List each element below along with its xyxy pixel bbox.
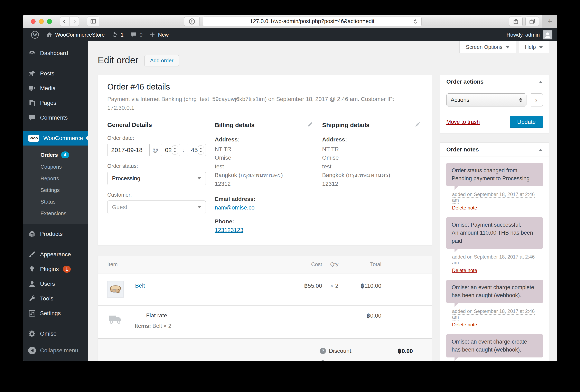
collapse-panel-icon[interactable]	[539, 147, 543, 151]
orders-count-badge: 4	[61, 151, 69, 158]
sidebar-item-users[interactable]: Users	[23, 276, 88, 291]
order-actions-title: Order actions	[446, 79, 483, 85]
submenu-item-orders[interactable]: Orders 4	[23, 149, 88, 161]
updates-menu[interactable]: 1	[108, 28, 127, 41]
order-note: Omise: an event charge.create has been c…	[446, 334, 543, 361]
submenu-item-settings[interactable]: Settings	[23, 184, 88, 196]
sidebar-toggle-button[interactable]	[87, 16, 99, 26]
order-hour-input[interactable]: 02	[161, 144, 180, 156]
billing-email-link[interactable]: nam@omise.co	[215, 204, 255, 211]
actions-select[interactable]: Actions	[446, 93, 526, 107]
sidebar-item-dashboard[interactable]: Dashboard	[23, 46, 88, 60]
close-window-button[interactable]	[31, 19, 35, 24]
sidebar-item-posts[interactable]: Posts	[23, 66, 88, 81]
wordpress-logo-icon: W	[31, 30, 39, 39]
minute-stepper[interactable]	[198, 145, 204, 155]
browser-toolbar: 127.0.0.1/wp-admin/post.php?post=46&acti…	[23, 15, 557, 28]
screen-options-tab[interactable]: Screen Options	[459, 41, 516, 53]
pencil-icon	[415, 122, 421, 128]
submenu-item-label: Status	[40, 199, 56, 205]
screen-options-label: Screen Options	[466, 44, 502, 50]
delete-note-link[interactable]: Delete note	[452, 267, 477, 273]
sidebar-item-settings[interactable]: Settings	[23, 306, 88, 321]
customer-label: Customer:	[107, 192, 206, 198]
collapse-panel-icon[interactable]	[539, 79, 543, 83]
edit-shipping-button[interactable]	[415, 122, 421, 129]
order-status-select[interactable]: Processing	[107, 172, 206, 185]
submenu-item-label: Orders	[40, 152, 58, 158]
actions-select-value: Actions	[451, 97, 469, 103]
sidebar-item-pages[interactable]: Pages	[23, 96, 88, 110]
howdy-text[interactable]: Howdy, admin	[506, 32, 540, 38]
new-tab-button[interactable]: +	[542, 15, 557, 28]
woocommerce-submenu: Orders 4 Coupons Reports Settings Status…	[23, 145, 88, 224]
note-text: Order status changed from Pending paymen…	[446, 163, 543, 186]
billing-address: NT TR Omise test Bangkok (กรุงเทพมหานคร)…	[215, 145, 313, 188]
help-icon[interactable]: ?	[320, 348, 326, 354]
select-arrows-icon	[519, 96, 522, 104]
share-button[interactable]	[509, 16, 523, 26]
reload-button[interactable]	[413, 19, 419, 25]
tab-overview-button[interactable]	[525, 16, 539, 26]
new-content-menu[interactable]: New	[146, 28, 172, 41]
order-notes-panel: Order notes Order status changed from Pe…	[440, 142, 549, 361]
customer-value: Guest	[112, 204, 127, 211]
sidebar-item-omise[interactable]: Omise	[23, 326, 88, 341]
sidebar-item-tools[interactable]: Tools	[23, 291, 88, 306]
delete-note-link[interactable]: Delete note	[452, 205, 477, 211]
collapse-menu-button[interactable]: Collapse menu	[23, 343, 88, 358]
order-minute-input[interactable]: 45	[187, 144, 206, 156]
update-button[interactable]: Update	[510, 116, 543, 128]
password-extension-button[interactable]	[184, 16, 200, 26]
sidebar-item-comments[interactable]: Comments	[23, 110, 88, 125]
sidebar-item-label: Appearance	[40, 251, 71, 258]
billing-phone-link[interactable]: 123123123	[215, 227, 243, 233]
wp-logo-menu[interactable]: W	[27, 28, 42, 41]
sidebar-item-plugins[interactable]: Plugins 1	[23, 262, 88, 276]
submenu-item-reports[interactable]: Reports	[23, 173, 88, 184]
sidebar-item-label: Tools	[40, 295, 53, 302]
comments-menu[interactable]: 0	[127, 28, 146, 41]
add-order-button[interactable]: Add order	[145, 55, 179, 66]
times-symbol: ×	[330, 283, 333, 289]
shipping-address: NT TR Omise test Bangkok (กรุงเทพมหานคร)…	[322, 145, 421, 188]
delete-note-link[interactable]: Delete note	[452, 322, 477, 328]
submenu-item-status[interactable]: Status	[23, 196, 88, 208]
window-controls	[31, 19, 52, 24]
move-to-trash-link[interactable]: Move to trash	[446, 119, 480, 125]
forward-button[interactable]	[69, 16, 79, 26]
submenu-item-coupons[interactable]: Coupons	[23, 161, 88, 173]
submenu-item-label: Settings	[40, 187, 60, 193]
address-bar[interactable]: 127.0.0.1/wp-admin/post.php?post=46&acti…	[203, 16, 422, 26]
svg-text:W: W	[33, 32, 37, 37]
general-title: General Details	[107, 122, 152, 128]
minimize-window-button[interactable]	[39, 19, 44, 24]
general-details-column: General Details Order date: 2017-09-18 @…	[107, 122, 215, 233]
hour-stepper[interactable]	[172, 145, 178, 155]
help-icon[interactable]: ?	[320, 360, 326, 361]
avatar[interactable]	[543, 30, 552, 39]
product-link[interactable]: Belt	[135, 282, 145, 289]
line-item-row: Belt ฿55.00 ×2 ฿110.00	[98, 273, 432, 305]
back-button[interactable]	[60, 16, 69, 26]
sidebar-item-appearance[interactable]: Appearance	[23, 247, 88, 262]
order-items-panel: Item Cost Qty Total	[98, 255, 432, 361]
forward-icon	[71, 18, 77, 24]
site-name: WooCommerceStore	[55, 32, 105, 38]
billing-email-label: Email address:	[215, 196, 313, 202]
sidebar-item-media[interactable]: Media	[23, 81, 88, 96]
user-icon	[28, 280, 36, 288]
sidebar-item-woocommerce[interactable]: Woo WooCommerce	[23, 131, 88, 145]
customer-select[interactable]: Guest	[107, 201, 206, 214]
shipping-value: ฿0.00	[356, 360, 413, 361]
site-name-menu[interactable]: WooCommerceStore	[42, 28, 108, 41]
edit-billing-button[interactable]	[307, 122, 313, 129]
help-tab[interactable]: Help	[519, 41, 549, 53]
new-label: New	[158, 32, 169, 38]
order-status-value: Processing	[112, 175, 141, 182]
submenu-item-extensions[interactable]: Extensions	[23, 208, 88, 219]
sidebar-item-products[interactable]: Products	[23, 227, 88, 241]
zoom-window-button[interactable]	[47, 19, 52, 24]
apply-action-button[interactable]: ›	[530, 93, 543, 107]
order-date-input[interactable]: 2017-09-18	[107, 144, 149, 156]
